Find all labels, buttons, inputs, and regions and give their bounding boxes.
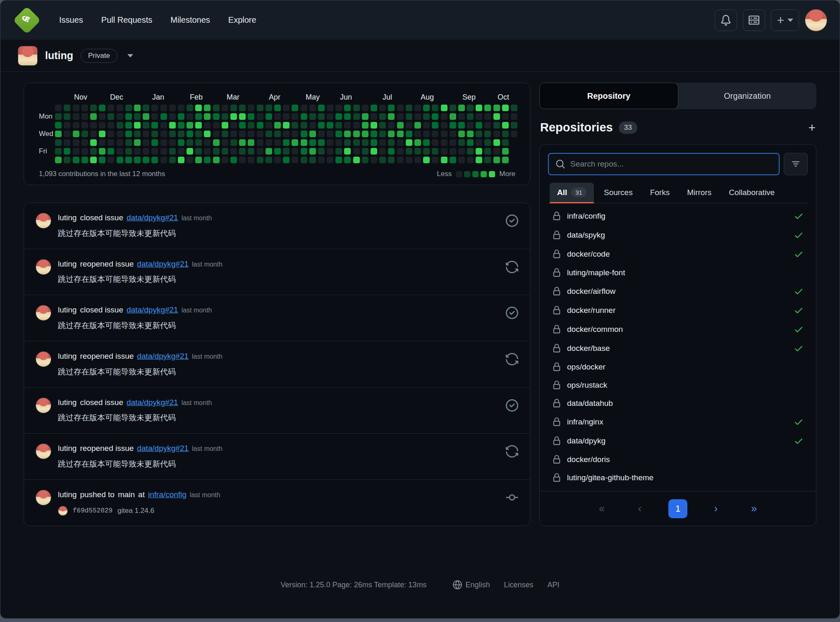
heatmap-cell (248, 139, 254, 146)
footer-link-licenses[interactable]: Licenses (504, 580, 533, 589)
repo-row[interactable]: docker/runner (549, 301, 807, 320)
tab-organization[interactable]: Organization (678, 83, 816, 109)
heatmap-cell (213, 131, 220, 137)
add-repository-button[interactable]: + (808, 122, 816, 134)
issue-link[interactable]: data/dpykg#21 (137, 259, 189, 269)
user-avatar[interactable] (805, 9, 827, 31)
footer-link-api[interactable]: API (547, 580, 559, 589)
filter-tab-collaborative[interactable]: Collaborative (721, 183, 782, 203)
lock-icon (552, 436, 561, 446)
heatmap-cell (484, 148, 491, 155)
repo-row[interactable]: ops/rustack (549, 376, 807, 394)
admin-panel-button[interactable] (743, 10, 765, 31)
heatmap-cell (143, 139, 149, 146)
feed-entry-type-icon (506, 214, 518, 227)
repo-row[interactable]: luting/gitea-github-theme (549, 469, 807, 487)
filter-tab-mirrors[interactable]: Mirrors (680, 183, 719, 203)
heatmap-cell (335, 131, 342, 137)
filter-tab-all[interactable]: All31 (550, 183, 594, 203)
heatmap-month-labels: NovDecJanFebMarAprMayJunJulAugSepOct (65, 93, 517, 105)
heatmap-cell (292, 113, 298, 120)
repo-row[interactable]: data/spykg (549, 226, 807, 245)
filter-tab-forks[interactable]: Forks (643, 183, 677, 203)
action-text: pushed to (80, 490, 114, 500)
heatmap-cell (335, 148, 342, 155)
lock-icon (552, 436, 561, 446)
notifications-button[interactable] (715, 10, 737, 31)
heatmap-cell (239, 113, 246, 120)
issue-link[interactable]: data/dpykg#21 (127, 213, 178, 223)
create-new-button[interactable]: + (771, 10, 799, 31)
heatmap-cell (274, 113, 281, 120)
heatmap-cell (125, 148, 132, 155)
heatmap-cell (99, 113, 105, 120)
heatmap-cell (143, 122, 149, 129)
actor-avatar (36, 490, 51, 505)
feed-entry-type-icon (506, 491, 518, 504)
repo-row[interactable]: docker/code (549, 245, 807, 264)
lock-icon (552, 362, 561, 372)
prev-page-button[interactable]: ‹ (630, 499, 649, 518)
repo-row[interactable]: data/datahub (549, 394, 807, 412)
profile-dropdown-icon[interactable] (127, 54, 133, 57)
heatmap-cell (64, 122, 70, 129)
repo-row[interactable]: infra/config (549, 207, 807, 226)
filter-tab-sources[interactable]: Sources (596, 183, 640, 203)
repo-row[interactable]: data/dpykg (549, 431, 807, 450)
repo-row[interactable]: infra/nginx (549, 412, 807, 431)
actor-name: luting (58, 351, 77, 362)
heatmap-cell (450, 122, 456, 129)
nav-link-milestones[interactable]: Milestones (170, 15, 210, 25)
repo-row[interactable]: docker/base (549, 339, 807, 358)
repo-search-input[interactable] (570, 160, 772, 169)
nav-link-explore[interactable]: Explore (228, 15, 256, 25)
filter-tab-label: Mirrors (687, 188, 711, 197)
nav-link-issues[interactable]: Issues (59, 15, 83, 25)
repo-filter-button[interactable] (784, 153, 808, 175)
repo-row[interactable]: luting/maple-font (549, 264, 807, 282)
issue-comment-text: 跳过存在版本可能导致未更新代码 (58, 320, 498, 331)
footer-link-english[interactable]: English (453, 580, 490, 589)
legend-cell (456, 171, 462, 177)
heatmap-cell (292, 105, 298, 111)
actor-avatar (36, 213, 51, 229)
issue-link[interactable]: data/dpykg#21 (137, 443, 189, 454)
heatmap-cell (344, 148, 351, 155)
heatmap-cell (108, 113, 114, 120)
first-page-button[interactable]: « (592, 499, 611, 518)
commit-sha[interactable]: f69d552029 (73, 507, 112, 515)
issue-link[interactable]: infra/config (148, 490, 187, 500)
issue-comment-text: 跳过存在版本可能导致未更新代码 (58, 228, 498, 239)
feed-entry-content: lutingreopened issuedata/dpykg#21last mo… (58, 259, 498, 285)
heatmap-cell (309, 122, 316, 129)
heatmap-cell (195, 113, 202, 120)
repo-row[interactable]: docker/doris (549, 450, 807, 469)
tab-repository[interactable]: Repository (539, 83, 678, 109)
heatmap-cell (187, 131, 193, 137)
feed-entry: lutingreopened issuedata/dpykg#21last mo… (24, 249, 530, 296)
repo-row[interactable]: docker/common (549, 320, 807, 339)
heatmap-cell (257, 131, 263, 137)
nav-link-pull-requests[interactable]: Pull Requests (101, 15, 152, 25)
issue-link[interactable]: data/dpykg#21 (127, 305, 178, 315)
page-1-button[interactable]: 1 (668, 499, 687, 518)
repo-check-icon (794, 436, 804, 446)
issue-link[interactable]: data/dpykg#21 (127, 398, 178, 408)
heatmap-cell (151, 157, 158, 163)
heatmap-cell (335, 157, 342, 163)
issue-link[interactable]: data/dpykg#21 (137, 351, 189, 362)
repo-row[interactable]: docker/airflow (549, 282, 807, 301)
heatmap-cell (73, 131, 79, 137)
heatmap-cell (379, 122, 386, 129)
issue-comment-text: 跳过存在版本可能导致未更新代码 (58, 367, 498, 377)
profile-avatar[interactable] (18, 46, 38, 66)
heatmap-cell (371, 105, 377, 111)
repo-name: infra/nginx (567, 417, 603, 427)
heatmap-cell (344, 131, 351, 137)
last-page-button[interactable]: » (744, 499, 763, 518)
gitea-logo[interactable] (13, 6, 41, 34)
next-page-button[interactable]: › (706, 499, 725, 518)
repo-row[interactable]: ops/docker (549, 358, 807, 376)
repo-check-icon (794, 417, 804, 427)
lock-icon (552, 381, 561, 390)
